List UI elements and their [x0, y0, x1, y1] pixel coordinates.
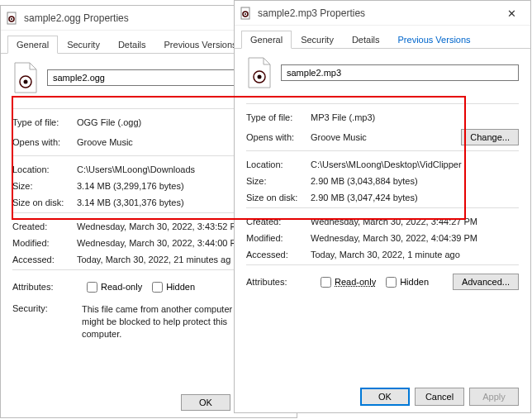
tab-strip: General Security Details Previous Versio…	[235, 26, 530, 49]
svg-point-7	[245, 13, 246, 15]
tab-details[interactable]: Details	[109, 36, 155, 54]
label-type-of-file: Type of file:	[246, 112, 311, 122]
label-modified: Modified:	[246, 233, 311, 243]
value-location: C:\Users\MLoong\Desktop\VidClipper	[311, 160, 519, 169]
window-title: sample2.mp3 Properties	[258, 7, 365, 19]
hidden-checkbox-wrap[interactable]: Hidden	[152, 282, 195, 293]
label-accessed: Accessed:	[246, 250, 311, 259]
readonly-label: Read-only	[335, 277, 376, 287]
ok-button[interactable]: OK	[181, 394, 230, 411]
tab-previous-versions[interactable]: Previous Versions	[389, 31, 480, 49]
label-modified: Modified:	[12, 238, 77, 248]
svg-point-9	[258, 75, 262, 79]
window-icon	[240, 7, 253, 20]
label-type-of-file: Type of file:	[12, 117, 77, 127]
tab-security[interactable]: Security	[58, 36, 109, 54]
change-button[interactable]: Change...	[461, 129, 519, 145]
close-button[interactable]: ✕	[493, 1, 530, 26]
label-location: Location:	[12, 164, 77, 174]
close-icon: ✕	[507, 7, 516, 20]
label-size: Size:	[246, 176, 311, 186]
tab-general[interactable]: General	[241, 31, 292, 49]
hidden-label: Hidden	[400, 277, 429, 287]
label-size-on-disk: Size on disk:	[12, 198, 77, 207]
label-security: Security:	[12, 303, 77, 313]
filename-input[interactable]	[281, 64, 519, 81]
value-size: 2.90 MB (3,043,884 bytes)	[311, 176, 519, 186]
tab-details[interactable]: Details	[343, 31, 389, 49]
tab-previous-versions[interactable]: Previous Versions	[155, 36, 246, 54]
readonly-label: Read-only	[101, 282, 142, 292]
label-size: Size:	[12, 181, 77, 191]
readonly-checkbox[interactable]	[321, 277, 331, 288]
value-type-of-file: OGG File (.ogg)	[77, 117, 235, 127]
value-accessed: Today, March 30, 2022, 1 minute ago	[311, 250, 519, 259]
svg-point-2	[11, 18, 12, 20]
label-attributes: Attributes:	[246, 277, 311, 287]
file-type-icon	[12, 62, 39, 93]
value-modified: Wednesday, March 30, 2022, 4:04:39 PM	[311, 233, 519, 243]
label-accessed: Accessed:	[12, 255, 77, 264]
hidden-checkbox[interactable]	[386, 277, 397, 288]
label-opens-with: Opens with:	[246, 132, 311, 142]
general-panel: Type of file: MP3 File (.mp3) Opens with…	[235, 49, 530, 381]
readonly-checkbox-wrap[interactable]: Read-only	[87, 282, 142, 293]
apply-button[interactable]: Apply	[469, 388, 519, 406]
hidden-checkbox-wrap[interactable]: Hidden	[386, 277, 429, 288]
properties-window-mp3: sample2.mp3 Properties ✕ General Securit…	[234, 0, 531, 413]
value-type-of-file: MP3 File (.mp3)	[311, 112, 461, 122]
tab-general[interactable]: General	[7, 36, 58, 54]
tab-security[interactable]: Security	[292, 31, 343, 49]
label-created: Created:	[246, 217, 311, 226]
value-opens-with: Groove Music	[311, 132, 461, 142]
window-title: sample2.ogg Properties	[24, 12, 129, 24]
readonly-checkbox-wrap[interactable]: Read-only	[321, 277, 376, 288]
label-location: Location:	[246, 160, 311, 169]
window-icon	[6, 12, 19, 25]
label-created: Created:	[12, 221, 77, 231]
svg-point-4	[24, 80, 28, 84]
cancel-button[interactable]: Cancel	[415, 388, 464, 406]
ok-button[interactable]: OK	[360, 388, 410, 406]
label-opens-with: Opens with:	[12, 137, 77, 147]
hidden-label: Hidden	[166, 282, 195, 292]
value-opens-with: Groove Music	[77, 137, 235, 147]
titlebar: sample2.mp3 Properties ✕	[235, 1, 530, 26]
file-type-icon	[246, 57, 273, 88]
value-size-on-disk: 2.90 MB (3,047,424 bytes)	[311, 193, 519, 202]
readonly-checkbox[interactable]	[87, 282, 97, 293]
value-created: Wednesday, March 30, 2022, 3:44:27 PM	[311, 217, 519, 226]
hidden-checkbox[interactable]	[152, 282, 163, 293]
label-attributes: Attributes:	[12, 282, 77, 292]
label-size-on-disk: Size on disk:	[246, 193, 311, 202]
advanced-button[interactable]: Advanced...	[453, 274, 519, 290]
